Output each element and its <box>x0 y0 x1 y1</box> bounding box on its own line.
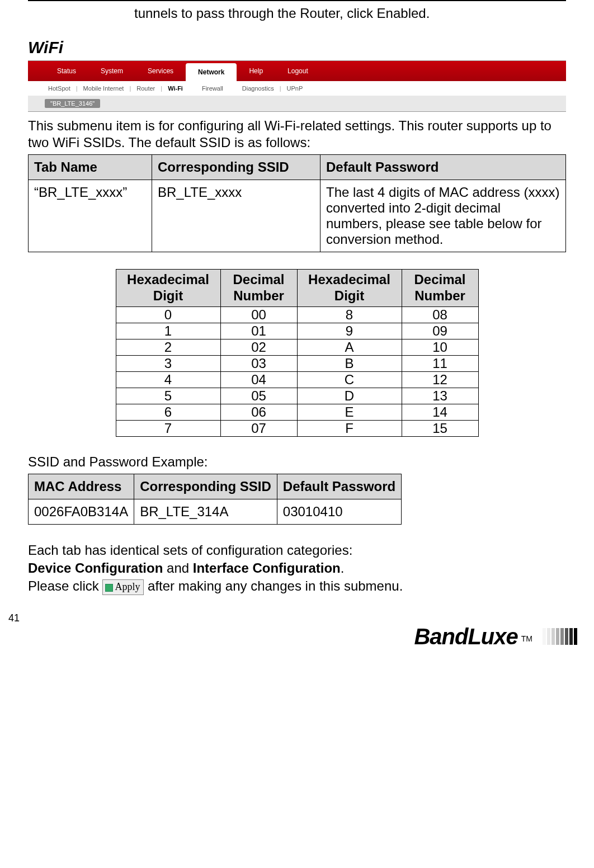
table-row: 0026FA0B314A BR_LTE_314A 03010410 <box>29 499 402 524</box>
hex-cell: 9 <box>297 323 402 339</box>
footer: BandLuxeTM <box>0 624 594 655</box>
config-line3-pre: Please click <box>28 578 102 593</box>
example-cell-mac: 0026FA0B314A <box>29 499 134 524</box>
config-line3-post: after making any changes in this submenu… <box>148 578 403 593</box>
hex-cell: 00 <box>220 306 297 323</box>
table-row: 606E14 <box>116 404 478 420</box>
nav-sub-mobile-internet[interactable]: Mobile Internet <box>80 85 128 92</box>
hex-cell: 08 <box>402 306 478 323</box>
hex-cell: A <box>297 339 402 355</box>
stripe <box>551 628 555 645</box>
top-rule <box>28 0 566 1</box>
hex-cell: 09 <box>402 323 478 339</box>
config-mid: and <box>163 560 192 575</box>
hex-cell: 3 <box>116 355 220 371</box>
nav-sub-router[interactable]: Router <box>133 85 158 92</box>
example-cell-ssid: BR_LTE_314A <box>134 499 277 524</box>
nav-tab-system[interactable]: System <box>88 61 135 81</box>
example-header-mac: MAC Address <box>29 474 134 499</box>
nav-tab-network[interactable]: Network <box>186 63 237 81</box>
hex-cell: D <box>297 388 402 404</box>
hex-cell: 05 <box>220 388 297 404</box>
intro-text: tunnels to pass through the Router, clic… <box>28 6 566 21</box>
nav-ssid-chip[interactable]: "BR_LTE_3146" <box>45 99 100 108</box>
nav-sub-wifi[interactable]: Wi-Fi <box>164 85 186 92</box>
ssid-header-tab-name: Tab Name <box>29 155 152 180</box>
table-row: 303B11 <box>116 355 478 371</box>
hex-cell: 01 <box>220 323 297 339</box>
stripe <box>560 628 564 645</box>
table-row: 202A10 <box>116 339 478 355</box>
hex-cell: 4 <box>116 371 220 388</box>
hex-cell: 14 <box>402 404 478 420</box>
hex-cell: E <box>297 404 402 420</box>
example-table: MAC Address Corresponding SSID Default P… <box>28 474 402 525</box>
ssid-cell-ssid: BR_LTE_xxxx <box>152 180 320 252</box>
config-bold-interface: Interface Configuration <box>193 560 341 575</box>
example-heading: SSID and Password Example: <box>28 454 566 470</box>
nav-sub-hotspot[interactable]: HotSpot <box>45 85 74 92</box>
stripe <box>574 628 577 645</box>
nav-ssid-chip-row: "BR_LTE_3146" <box>28 96 566 111</box>
hex-cell: C <box>297 371 402 388</box>
nav-sub-upnp[interactable]: UPnP <box>284 85 307 92</box>
trademark: TM <box>521 634 532 643</box>
hex-cell: 2 <box>116 339 220 355</box>
nav-tab-logout[interactable]: Logout <box>275 61 320 81</box>
table-row: 707F15 <box>116 420 478 436</box>
stripe <box>569 628 573 645</box>
page-number: 41 <box>0 607 594 624</box>
nav-tab-help[interactable]: Help <box>237 61 275 81</box>
hex-cell: 15 <box>402 420 478 436</box>
stripe <box>565 628 568 645</box>
table-row: HexadecimalDigit DecimalNumber Hexadecim… <box>116 270 478 307</box>
hex-cell: 06 <box>220 404 297 420</box>
hex-cell: 10 <box>402 339 478 355</box>
hex-cell: 1 <box>116 323 220 339</box>
nav-tab-services[interactable]: Services <box>135 61 186 81</box>
table-row: 404C12 <box>116 371 478 388</box>
stripe <box>547 628 550 645</box>
table-row: 505D13 <box>116 388 478 404</box>
hex-table: HexadecimalDigit DecimalNumber Hexadecim… <box>116 269 479 437</box>
hex-cell: B <box>297 355 402 371</box>
hex-cell: 12 <box>402 371 478 388</box>
ssid-header-ssid: Corresponding SSID <box>152 155 320 180</box>
hex-header-1: HexadecimalDigit <box>116 270 220 307</box>
hex-cell: F <box>297 420 402 436</box>
hex-header-3: HexadecimalDigit <box>297 270 402 307</box>
apply-icon <box>105 584 113 592</box>
brand-stripes <box>541 628 577 645</box>
nav-sub-tabs: HotSpot| Mobile Internet| Router| Wi-Fi … <box>28 81 566 96</box>
config-bold-device: Device Configuration <box>28 560 163 575</box>
hex-cell: 0 <box>116 306 220 323</box>
nav-tab-status[interactable]: Status <box>45 61 88 81</box>
hex-cell: 6 <box>116 404 220 420</box>
ssid-cell-tab-name: “BR_LTE_xxxx” <box>29 180 152 252</box>
nav-sub-diagnostics[interactable]: Diagnostics <box>239 85 277 92</box>
hex-cell: 5 <box>116 388 220 404</box>
ssid-cell-password: The last 4 digits of MAC address (xxxx) … <box>320 180 566 252</box>
table-row: MAC Address Corresponding SSID Default P… <box>29 474 402 499</box>
section-heading-wifi: WiFi <box>28 38 566 57</box>
hex-cell: 07 <box>220 420 297 436</box>
nav-top-tabs: Status System Services Network Help Logo… <box>28 61 566 81</box>
nav-sub-firewall[interactable]: Firewall <box>199 85 227 92</box>
stripe <box>556 628 559 645</box>
hex-cell: 8 <box>297 306 402 323</box>
config-paragraph: Each tab has identical sets of configura… <box>28 541 566 596</box>
table-row: “BR_LTE_xxxx” BR_LTE_xxxx The last 4 dig… <box>29 180 566 252</box>
example-cell-password: 03010410 <box>277 499 401 524</box>
ssid-table: Tab Name Corresponding SSID Default Pass… <box>28 154 566 252</box>
hex-header-4: DecimalNumber <box>402 270 478 307</box>
hex-cell: 02 <box>220 339 297 355</box>
router-nav: Status System Services Network Help Logo… <box>28 60 566 112</box>
apply-button[interactable]: Apply <box>102 579 144 595</box>
table-row: 000808 <box>116 306 478 323</box>
apply-label: Apply <box>115 581 140 592</box>
table-row: 101909 <box>116 323 478 339</box>
hex-header-2: DecimalNumber <box>220 270 297 307</box>
brand-logo: BandLuxe <box>414 624 517 649</box>
hex-cell: 03 <box>220 355 297 371</box>
hex-cell: 13 <box>402 388 478 404</box>
